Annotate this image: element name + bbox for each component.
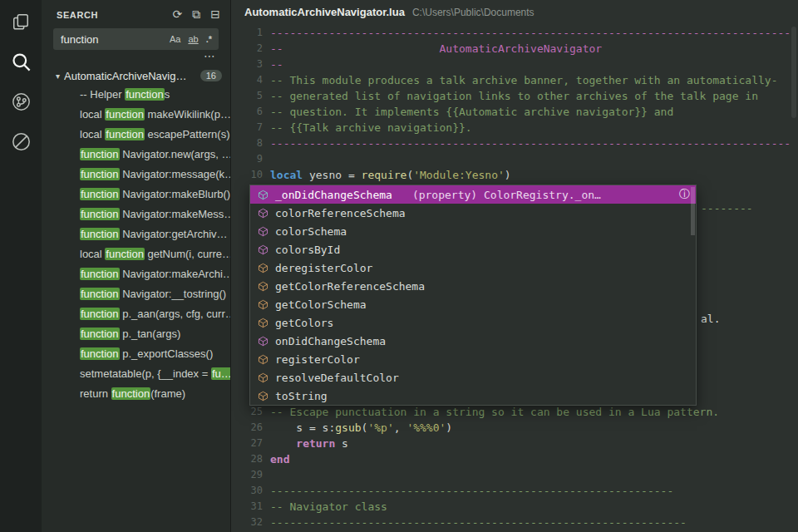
whole-word-toggle[interactable]: ab	[185, 33, 200, 45]
property-icon	[256, 243, 269, 256]
code-token: ----------------------------------------…	[270, 485, 673, 497]
editor-pane: AutomaticArchiveNavigator.lua C:\Users\P…	[231, 0, 798, 532]
result-text: p._aan(args, cfg, curr…	[120, 308, 230, 320]
open-in-editor-icon[interactable]: ⧉	[192, 7, 200, 22]
search-result-row[interactable]: function p._aan(args, cfg, curr…	[42, 304, 230, 324]
code-line[interactable]: 28end	[231, 451, 798, 467]
line-number: 6	[231, 104, 263, 120]
toggle-search-details[interactable]: ⋯	[42, 50, 230, 62]
info-icon[interactable]: ⓘ	[679, 187, 690, 202]
match-highlight: function	[80, 328, 120, 340]
property-icon	[256, 224, 269, 238]
suggest-item[interactable]: getColorReferenceSchema	[250, 277, 696, 295]
search-result-row[interactable]: function Navigator:__tostring()	[42, 284, 230, 304]
line-number: 1	[231, 25, 263, 41]
search-result-row[interactable]: local function getNum(i, curre…	[42, 244, 230, 264]
search-panel-title: SEARCH	[57, 10, 98, 20]
code-token: '%%%0'	[406, 421, 446, 434]
suggest-item[interactable]: toString	[250, 387, 696, 405]
code-token: s = s:	[270, 421, 335, 434]
search-result-row[interactable]: function Navigator:getArchiv…	[42, 224, 230, 244]
code-line[interactable]: 26 s = s:gsub('%p', '%%%0')	[231, 420, 798, 436]
suggest-item[interactable]: deregisterColor	[250, 259, 696, 277]
regex-toggle[interactable]: .*	[204, 33, 214, 45]
result-text: setmetatable(p, {__index =	[80, 367, 211, 380]
search-result-file-row[interactable]: ▾ AutomaticArchiveNavig… 16	[42, 66, 230, 85]
search-query-text[interactable]: function	[61, 33, 165, 46]
suggest-item-label: resolveDefaultColor	[275, 372, 399, 384]
code-line[interactable]: 3--	[231, 57, 798, 72]
line-number: 25	[231, 404, 263, 420]
code-line[interactable]: 7-- {{Talk archive navigation}}.	[231, 120, 798, 135]
suggest-item-label: toString	[275, 390, 328, 402]
search-result-row[interactable]: function Navigator:makeBlurb()	[42, 185, 230, 204]
code-line[interactable]: 4-- This module produces a talk archive …	[231, 72, 798, 88]
code-token: -- generated list of navigation links to…	[270, 90, 758, 102]
match-highlight: function	[80, 168, 120, 180]
suggest-item-label: _onDidChangeSchema	[275, 189, 392, 201]
code-fragment: --------	[701, 200, 753, 216]
suggest-item[interactable]: colorSchema	[250, 222, 696, 240]
code-fragment: al.	[701, 311, 720, 327]
code-line[interactable]: 27 return s	[231, 436, 798, 451]
code-line[interactable]: 31-- Navigator class	[231, 499, 798, 515]
code-token: ----------------------------------------…	[270, 137, 791, 150]
suggest-item[interactable]: colorsById	[250, 240, 696, 259]
chevron-down-icon[interactable]: ▾	[56, 71, 60, 81]
blocked-icon[interactable]	[9, 130, 32, 153]
code-line[interactable]: 2-- AutomaticArchiveNavigator	[231, 41, 798, 57]
match-case-toggle[interactable]: Aa	[167, 33, 183, 45]
search-icon[interactable]	[9, 50, 32, 73]
search-result-row[interactable]: function Navigator:makeArchi…	[42, 264, 230, 284]
search-result-row[interactable]: function Navigator.new(args, …	[42, 145, 230, 165]
code-line[interactable]: 6-- question. It implements {{Automatic …	[231, 104, 798, 120]
search-panel-header: SEARCH ⟳ ⧉ ⊟	[42, 0, 230, 26]
method-icon	[256, 298, 269, 311]
refresh-icon[interactable]: ⟳	[173, 7, 183, 22]
search-input[interactable]: function Aa ab .*	[53, 28, 219, 50]
suggest-item[interactable]: resolveDefaultColor	[250, 368, 696, 387]
result-file-name: AutomaticArchiveNavig…	[64, 70, 186, 82]
match-highlight: function	[125, 88, 165, 101]
search-result-row[interactable]: function Navigator:makeMess…	[42, 204, 230, 224]
search-result-row[interactable]: function p._exportClasses()	[42, 344, 230, 364]
code-line[interactable]: 5-- generated list of navigation links t…	[231, 88, 798, 104]
search-result-row[interactable]: return function(frame)	[42, 384, 230, 404]
code-line[interactable]: 29	[231, 467, 798, 483]
line-number: 10	[231, 167, 263, 183]
match-highlight: function	[80, 228, 120, 240]
suggest-scrollbar[interactable]	[691, 187, 695, 235]
code-token: s	[335, 437, 348, 450]
search-result-row[interactable]: -- Helper functions	[42, 85, 230, 105]
source-control-icon[interactable]	[9, 90, 32, 113]
search-result-row[interactable]: function Navigator:message(k…	[42, 165, 230, 185]
suggest-item[interactable]: getColors	[250, 313, 696, 332]
method-icon	[256, 279, 269, 293]
code-line[interactable]: 30--------------------------------------…	[231, 483, 798, 499]
file-path: C:\Users\Public\Documents	[412, 7, 534, 18]
editor-scrollbar[interactable]	[791, 27, 796, 118]
code-token: gsub	[335, 421, 361, 434]
search-result-row[interactable]: function p._tan(args)	[42, 324, 230, 344]
editor-title-bar: AutomaticArchiveNavigator.lua C:\Users\P…	[231, 0, 798, 23]
collapse-all-icon[interactable]: ⊟	[210, 7, 220, 22]
files-icon[interactable]	[9, 10, 32, 33]
suggest-item[interactable]: getColorSchema	[250, 295, 696, 313]
code-line[interactable]: 10local yesno = require('Module:Yesno')	[231, 167, 798, 183]
code-line[interactable]: 1---------------------------------------…	[231, 25, 798, 41]
code-line[interactable]: 25-- Escape punctuation in a string so i…	[231, 404, 798, 420]
search-result-row[interactable]: local function makeWikilink(p…	[42, 105, 230, 125]
suggest-item[interactable]: _onDidChangeSchema(property) ColorRegist…	[250, 185, 696, 204]
code-line[interactable]: 32--------------------------------------…	[231, 515, 798, 530]
code-line[interactable]: 8---------------------------------------…	[231, 135, 798, 151]
suggest-item[interactable]: registerColor	[250, 350, 696, 368]
suggest-item[interactable]: onDidChangeSchema	[250, 332, 696, 350]
line-number: 32	[231, 515, 263, 530]
suggest-item-label: onDidChangeSchema	[275, 335, 386, 347]
line-number: 30	[231, 483, 263, 499]
suggest-item[interactable]: colorReferenceSchema	[250, 204, 696, 222]
file-name[interactable]: AutomaticArchiveNavigator.lua	[244, 6, 405, 18]
search-result-row[interactable]: setmetatable(p, {__index = fu…	[42, 364, 230, 384]
code-line[interactable]: 9	[231, 151, 798, 167]
search-result-row[interactable]: local function escapePattern(s)	[42, 125, 230, 145]
